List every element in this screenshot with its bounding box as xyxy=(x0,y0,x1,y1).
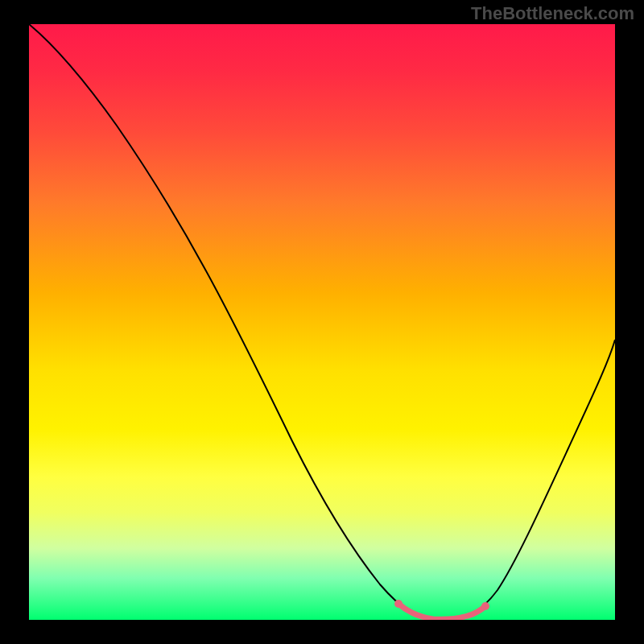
watermark-text: TheBottleneck.com xyxy=(471,3,634,24)
highlight-segment xyxy=(398,604,485,619)
bottleneck-curve xyxy=(29,24,615,619)
chart-svg xyxy=(29,24,615,620)
plot-area xyxy=(29,24,615,620)
highlight-end-dot xyxy=(481,602,489,610)
